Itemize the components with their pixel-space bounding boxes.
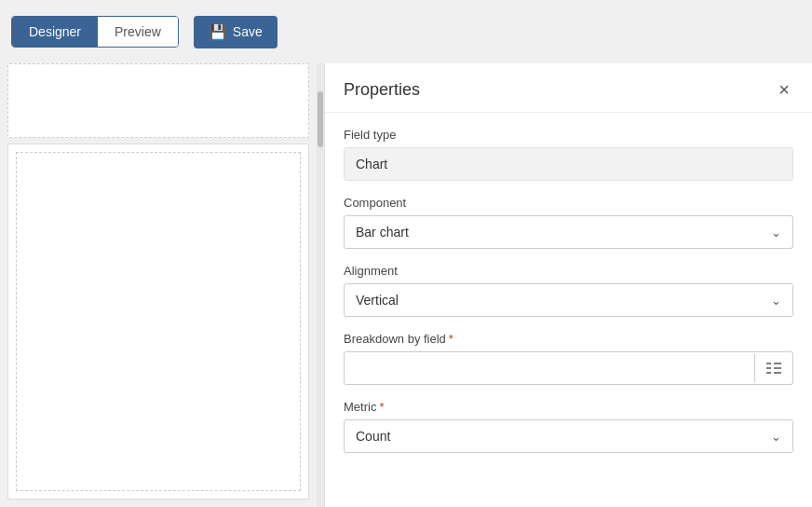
metric-required: * [379,400,384,414]
canvas-area [0,63,317,507]
designer-button[interactable]: Designer [12,17,98,47]
properties-panel: Properties × Field type Chart Component … [324,63,812,507]
metric-select[interactable]: Count ⌄ [344,419,793,453]
main-layout: Properties × Field type Chart Component … [0,63,812,507]
chevron-down-icon-metric: ⌄ [771,430,781,444]
component-group: Component Bar chart ⌄ [344,196,793,249]
breakdown-field-container [344,351,793,385]
chevron-down-icon: ⌄ [771,226,781,240]
save-icon: 💾 [209,23,227,41]
scrollbar-divider [317,63,324,507]
metric-value: Count [356,429,390,444]
canvas-block-top [7,63,309,138]
designer-preview-toggle: Designer Preview [11,16,179,48]
scrollbar-thumb[interactable] [318,91,323,147]
properties-header: Properties × [325,63,812,113]
canvas-inner [16,152,301,491]
breakdown-list-button[interactable] [754,354,792,382]
list-icon [766,362,781,375]
chevron-down-icon-alignment: ⌄ [771,294,781,308]
breakdown-group: Breakdown by field* [344,332,793,385]
field-type-value: Chart [344,147,793,181]
toolbar: Designer Preview 💾 Save [0,0,812,63]
field-type-label: Field type [344,128,793,142]
alignment-select[interactable]: Vertical ⌄ [344,283,793,317]
component-select[interactable]: Bar chart ⌄ [344,215,793,249]
save-label: Save [233,24,263,39]
properties-content: Field type Chart Component Bar chart ⌄ A… [325,113,812,468]
save-button[interactable]: 💾 Save [194,16,277,48]
breakdown-input[interactable] [345,352,754,384]
component-label: Component [344,196,793,210]
alignment-value: Vertical [356,293,399,308]
preview-button[interactable]: Preview [98,17,178,47]
properties-title: Properties [344,80,420,100]
metric-group: Metric* Count ⌄ [344,400,793,453]
canvas-block-bottom [7,144,309,500]
metric-label: Metric* [344,400,793,414]
component-value: Bar chart [356,225,409,240]
breakdown-label: Breakdown by field* [344,332,793,346]
field-type-group: Field type Chart [344,128,793,181]
breakdown-required: * [449,332,453,346]
alignment-label: Alignment [344,264,793,278]
alignment-group: Alignment Vertical ⌄ [344,264,793,317]
close-button[interactable]: × [775,78,793,101]
